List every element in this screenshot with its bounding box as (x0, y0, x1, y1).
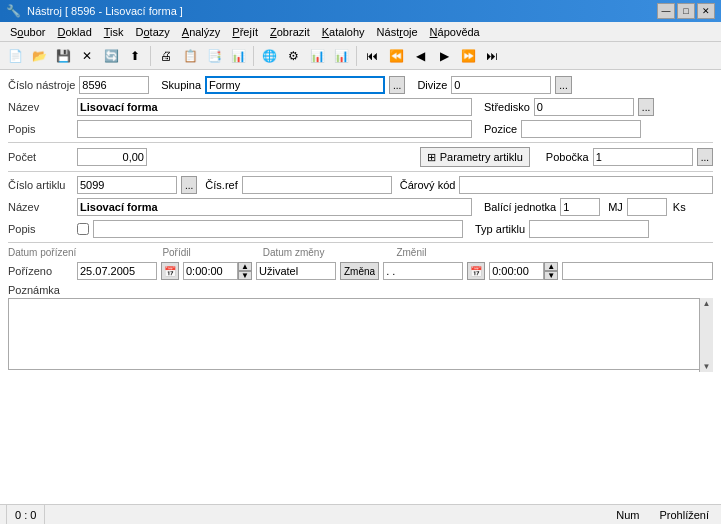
cis-ref-input[interactable] (242, 176, 392, 194)
menu-tisk[interactable]: Tisk (98, 25, 130, 39)
print-button[interactable]: 🖨 (155, 45, 177, 67)
export-button[interactable]: 📑 (203, 45, 225, 67)
cislo-nastroje-label: Číslo nástroje (8, 79, 75, 91)
zmena-button[interactable]: Změna (340, 262, 379, 280)
new-button[interactable]: 📄 (4, 45, 26, 67)
menu-nastroje[interactable]: Nástroje (371, 25, 424, 39)
pocet-label: Počet (8, 151, 73, 163)
chart2-button[interactable]: 📊 (306, 45, 328, 67)
scroll-up-icon[interactable]: ▲ (703, 299, 711, 308)
cas1-down-button[interactable]: ▼ (238, 271, 252, 280)
print2-button[interactable]: 📋 (179, 45, 201, 67)
web-button[interactable]: 🌐 (258, 45, 280, 67)
cas2-down-button[interactable]: ▼ (544, 271, 558, 280)
poznamka-label: Poznámka (8, 284, 713, 296)
popis-input[interactable] (77, 120, 472, 138)
popis-label: Popis (8, 123, 73, 135)
divize-browse-button[interactable]: ... (555, 76, 571, 94)
poznamka-textarea[interactable] (8, 298, 713, 370)
title-bar: 🔧 Nástroj [ 8596 - Lisovací forma ] — □ … (0, 0, 721, 22)
skupina-input[interactable] (205, 76, 385, 94)
poridil-header: Pořídil (162, 247, 190, 258)
menu-napoveda[interactable]: Nápověda (424, 25, 486, 39)
datum-zmeny-input[interactable] (383, 262, 463, 280)
minimize-button[interactable]: — (657, 3, 675, 19)
view-mode: Prohlížení (659, 509, 709, 521)
balici-jednotka-input[interactable] (560, 198, 600, 216)
settings-button[interactable]: ⚙ (282, 45, 304, 67)
ks-label: Ks (673, 201, 686, 213)
nazev-artiklu-input[interactable] (77, 198, 472, 216)
datum-porizeni-cal-button[interactable]: 📅 (161, 262, 179, 280)
menu-dotazy[interactable]: Dotazy (130, 25, 176, 39)
menu-soubor[interactable]: Soubor (4, 25, 52, 39)
uzivatel-input[interactable] (256, 262, 336, 280)
save-button[interactable]: 💾 (52, 45, 74, 67)
popis-checkbox[interactable] (77, 223, 89, 235)
chart-button[interactable]: 📊 (227, 45, 249, 67)
stredisko-label: Středisko (484, 101, 530, 113)
nazev-label: Název (8, 101, 73, 113)
nav-next-button[interactable]: ▶ (433, 45, 455, 67)
popis-artiklu-input[interactable] (93, 220, 463, 238)
typ-artiklu-input[interactable] (529, 220, 649, 238)
delete-button[interactable]: ✕ (76, 45, 98, 67)
menu-doklad[interactable]: Doklad (52, 25, 98, 39)
num-mode: Num (616, 509, 639, 521)
nav-prev10-button[interactable]: ⏪ (385, 45, 407, 67)
scrollbar[interactable]: ▲ ▼ (699, 298, 713, 372)
menu-analyzy[interactable]: Analýzy (176, 25, 227, 39)
skupina-label: Skupina (161, 79, 201, 91)
nav-prev-button[interactable]: ◀ (409, 45, 431, 67)
divize-label: Divize (417, 79, 447, 91)
menu-zobrazit[interactable]: Zobrazit (264, 25, 316, 39)
pocet-input[interactable] (77, 148, 147, 166)
pozice-label: Pozice (484, 123, 517, 135)
nav-first-button[interactable]: ⏮ (361, 45, 383, 67)
cas2-up-button[interactable]: ▲ (544, 262, 558, 271)
refresh-button[interactable]: 🔄 (100, 45, 122, 67)
menu-prejit[interactable]: Přejít (226, 25, 264, 39)
window-title: Nástroj [ 8596 - Lisovací forma ] (27, 5, 183, 17)
parametry-button[interactable]: ⊞ Parametry artiklu (420, 147, 530, 167)
datum-porizeni-input[interactable] (77, 262, 157, 280)
nazev-artiklu-label: Název (8, 201, 73, 213)
cislo-nastroje-input[interactable]: 8596 (79, 76, 149, 94)
zmenil-input[interactable] (562, 262, 713, 280)
datum-zmeny-header: Datum změny (263, 247, 325, 258)
open-button[interactable]: 📂 (28, 45, 50, 67)
close-button[interactable]: ✕ (697, 3, 715, 19)
carovy-kod-label: Čárový kód (400, 179, 456, 191)
cas1-up-button[interactable]: ▲ (238, 262, 252, 271)
pobocka-browse-button[interactable]: ... (697, 148, 713, 166)
maximize-button[interactable]: □ (677, 3, 695, 19)
pobocka-input[interactable] (593, 148, 693, 166)
divize-input[interactable] (451, 76, 551, 94)
parametry-icon: ⊞ (427, 151, 436, 164)
menu-katalogy[interactable]: Katalohy (316, 25, 371, 39)
upload-button[interactable]: ⬆ (124, 45, 146, 67)
coords-display: 0 : 0 (15, 509, 36, 521)
toolbar: 📄 📂 💾 ✕ 🔄 ⬆ 🖨 📋 📑 📊 🌐 ⚙ 📊 📊 ⏮ ⏪ ◀ ▶ ⏩ ⏭ (0, 42, 721, 70)
parametry-label: Parametry artiklu (440, 151, 523, 163)
skupina-browse-button[interactable]: ... (389, 76, 405, 94)
stredisko-browse-button[interactable]: ... (638, 98, 654, 116)
cislo-artiklu-input[interactable] (77, 176, 177, 194)
cislo-artiklu-browse-button[interactable]: ... (181, 176, 197, 194)
scroll-down-icon[interactable]: ▼ (703, 362, 711, 371)
stredisko-input[interactable] (534, 98, 634, 116)
cis-ref-label: Čís.ref (205, 179, 237, 191)
datum-zmeny-cal-button[interactable]: 📅 (467, 262, 485, 280)
chart3-button[interactable]: 📊 (330, 45, 352, 67)
main-content: Číslo nástroje 8596 Skupina ... Divize .… (0, 70, 721, 378)
typ-artiklu-label: Typ artiklu (475, 223, 525, 235)
cas2-input[interactable] (489, 262, 544, 280)
cas1-input[interactable] (183, 262, 238, 280)
pozice-input[interactable] (521, 120, 641, 138)
zmenil-header: Změnil (396, 247, 426, 258)
nav-next10-button[interactable]: ⏩ (457, 45, 479, 67)
carovy-kod-input[interactable] (459, 176, 713, 194)
nazev-input[interactable] (77, 98, 472, 116)
nav-last-button[interactable]: ⏭ (481, 45, 503, 67)
mj-input[interactable] (627, 198, 667, 216)
